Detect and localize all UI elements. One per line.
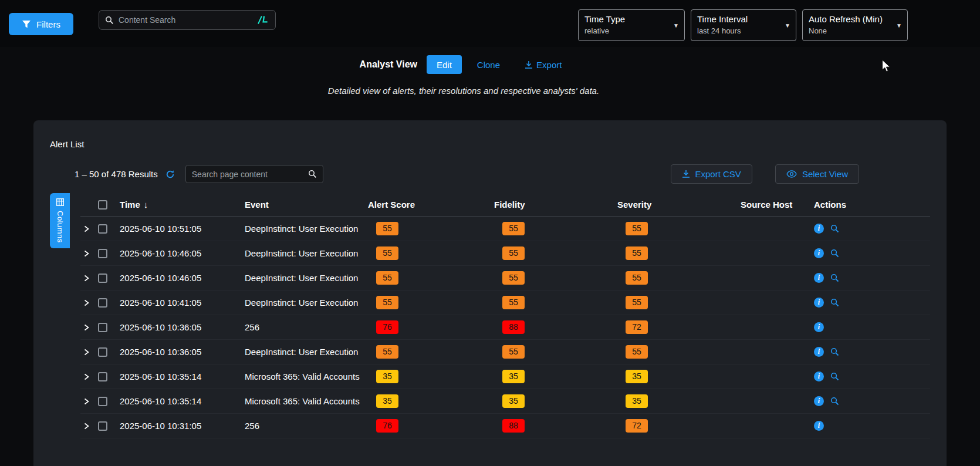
table-row: 2025-06-10 10:41:05 DeepInstinct: User E…	[80, 291, 930, 315]
time-interval-label: Time Interval	[697, 14, 780, 24]
expand-chevron-icon[interactable]	[83, 324, 90, 331]
alert-score-header[interactable]: Alert Score	[368, 200, 494, 210]
brand-logo-icon	[256, 15, 269, 25]
panel-toolbar: 1 – 50 of 478 Results Export CSV Select …	[50, 164, 930, 184]
time-type-value: relative	[584, 26, 669, 35]
fidelity-badge: 55	[502, 246, 525, 260]
view-description: Detailed view of alerts, their resolutio…	[0, 86, 954, 96]
export-button[interactable]: Export	[525, 60, 562, 70]
auto-refresh-dropdown[interactable]: Auto Refresh (Min) None ▼	[802, 9, 908, 41]
alert-list-panel: Alert List 1 – 50 of 478 Results Export …	[33, 120, 947, 466]
expand-chevron-icon[interactable]	[83, 373, 90, 380]
fidelity-badge: 55	[502, 222, 525, 235]
alert-score-badge: 55	[376, 222, 398, 235]
row-checkbox[interactable]	[98, 323, 107, 332]
info-icon[interactable]: i	[814, 347, 824, 357]
row-checkbox[interactable]	[98, 298, 107, 308]
chevron-down-icon: ▼	[785, 22, 790, 29]
fidelity-badge: 35	[502, 370, 525, 383]
fidelity-badge: 88	[502, 419, 525, 433]
expand-chevron-icon[interactable]	[83, 299, 90, 306]
alert-score-badge: 55	[376, 345, 398, 359]
event-cell: DeepInstinct: User Execution	[245, 298, 368, 308]
row-checkbox[interactable]	[98, 273, 107, 283]
expand-chevron-icon[interactable]	[83, 423, 90, 430]
info-icon[interactable]: i	[814, 248, 824, 258]
expand-chevron-icon[interactable]	[83, 398, 90, 405]
row-checkbox[interactable]	[98, 347, 107, 357]
select-view-button[interactable]: Select View	[775, 164, 859, 184]
fidelity-badge: 55	[502, 271, 525, 285]
alert-score-badge: 76	[376, 320, 398, 334]
event-cell: Microsoft 365: Valid Accounts	[245, 372, 368, 381]
search-action-icon[interactable]	[830, 397, 839, 406]
search-action-icon[interactable]	[830, 249, 839, 258]
info-icon[interactable]: i	[814, 322, 824, 332]
view-header: Analyst View Edit Clone Export	[0, 55, 951, 74]
time-header[interactable]: Time↓	[120, 200, 245, 210]
search-action-icon[interactable]	[830, 298, 839, 307]
fidelity-badge: 55	[502, 296, 525, 309]
event-cell: DeepInstinct: User Execution	[245, 347, 368, 357]
content-search-input[interactable]	[119, 15, 252, 25]
severity-badge: 72	[626, 419, 648, 433]
source-host-header[interactable]: Source Host	[741, 200, 812, 210]
download-icon	[682, 170, 690, 178]
filters-button[interactable]: Filters	[9, 13, 73, 35]
severity-badge: 35	[626, 394, 648, 408]
expand-chevron-icon[interactable]	[83, 225, 90, 232]
row-checkbox[interactable]	[98, 421, 107, 431]
chevron-down-icon: ▼	[896, 22, 902, 29]
actions-header: Actions	[812, 200, 883, 210]
table-row: 2025-06-10 10:35:14 Microsoft 365: Valid…	[80, 389, 930, 414]
refresh-button[interactable]	[165, 170, 175, 179]
time-cell: 2025-06-10 10:35:14	[120, 372, 245, 381]
table-row: 2025-06-10 10:46:05 DeepInstinct: User E…	[80, 266, 930, 291]
info-icon[interactable]: i	[814, 273, 824, 283]
columns-tab[interactable]: Columns	[50, 193, 70, 248]
row-checkbox[interactable]	[98, 249, 107, 258]
info-icon[interactable]: i	[814, 396, 824, 406]
page-search-input[interactable]	[192, 170, 305, 179]
info-icon[interactable]: i	[814, 372, 824, 381]
severity-badge: 55	[626, 345, 648, 359]
search-action-icon[interactable]	[830, 372, 839, 381]
expand-chevron-icon[interactable]	[83, 349, 90, 356]
severity-badge: 55	[626, 222, 648, 235]
expand-chevron-icon[interactable]	[83, 275, 90, 282]
select-all-checkbox[interactable]	[98, 200, 107, 210]
fidelity-badge: 88	[502, 320, 525, 334]
filters-button-label: Filters	[36, 19, 60, 29]
table-row: 2025-06-10 10:31:05 256 76 88 72 i	[80, 414, 930, 438]
table-header-row: Time↓ Event Alert Score Fidelity Severit…	[80, 193, 930, 217]
info-icon[interactable]: i	[814, 421, 824, 431]
search-action-icon[interactable]	[830, 347, 839, 356]
row-checkbox[interactable]	[98, 224, 107, 234]
severity-header[interactable]: Severity	[617, 200, 741, 210]
alert-score-badge: 55	[376, 246, 398, 260]
search-action-icon[interactable]	[830, 273, 839, 282]
fidelity-header[interactable]: Fidelity	[494, 200, 617, 210]
expand-chevron-icon[interactable]	[83, 250, 90, 257]
search-action-icon[interactable]	[830, 224, 839, 233]
row-checkbox[interactable]	[98, 372, 107, 381]
mouse-cursor	[881, 59, 892, 73]
event-header[interactable]: Event	[245, 200, 368, 210]
severity-badge: 55	[626, 271, 648, 285]
edit-button[interactable]: Edit	[427, 55, 462, 74]
time-type-dropdown[interactable]: Time Type relative ▼	[578, 9, 685, 41]
clone-button[interactable]: Clone	[477, 60, 500, 70]
info-icon[interactable]: i	[814, 298, 824, 308]
top-bar: Filters Time Type relative ▼ Time Interv…	[0, 0, 980, 47]
time-cell: 2025-06-10 10:35:14	[120, 396, 245, 406]
export-csv-button[interactable]: Export CSV	[671, 164, 752, 184]
time-interval-dropdown[interactable]: Time Interval last 24 hours ▼	[691, 9, 796, 41]
alert-score-badge: 35	[376, 370, 398, 383]
row-checkbox[interactable]	[98, 397, 107, 406]
columns-tab-label: Columns	[56, 211, 65, 243]
time-cell: 2025-06-10 10:46:05	[120, 273, 245, 283]
table-row: 2025-06-10 10:36:05 256 76 88 72 i	[80, 315, 930, 340]
info-icon[interactable]: i	[814, 224, 824, 234]
alert-table: Columns Time↓ Event Alert Score Fidelity…	[50, 193, 930, 438]
download-icon	[525, 60, 533, 69]
